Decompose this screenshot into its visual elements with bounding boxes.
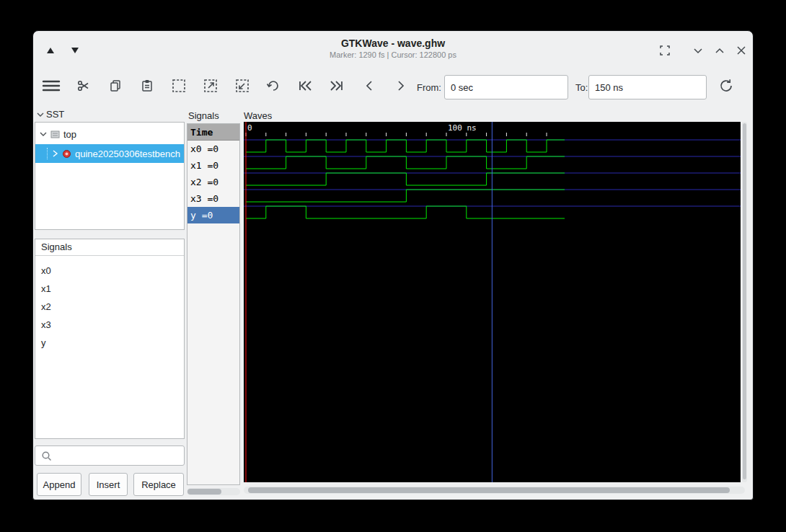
signal-row-x0[interactable]: x0 =0 — [187, 141, 239, 157]
goto-end-button[interactable] — [324, 74, 349, 98]
wave-area[interactable]: 0100 ns — [244, 122, 741, 482]
window-status: Marker: 1290 fs | Cursor: 122800 ps — [33, 50, 753, 59]
signal-list-item[interactable]: x2 — [35, 298, 184, 316]
reload-button[interactable] — [714, 74, 738, 98]
signal-row-x3[interactable]: x3 =0 — [187, 190, 239, 207]
left-signals-list: x0 x1 x2 x3 y — [35, 256, 184, 352]
signal-pane: Time x0 =0 x1 =0 x2 =0 x3 =0 y =0 — [187, 123, 240, 485]
svg-text:0: 0 — [247, 123, 252, 133]
signal-pane-hscrollbar[interactable] — [187, 488, 240, 495]
search-input[interactable] — [56, 450, 184, 462]
skip-to-start-icon — [297, 79, 313, 92]
next-edge-button[interactable] — [389, 74, 413, 98]
replace-button[interactable]: Replace — [133, 473, 184, 496]
zoom-undo-button[interactable] — [261, 74, 286, 98]
paste-button[interactable] — [135, 74, 159, 98]
signal-row-x2[interactable]: x2 =0 — [187, 174, 239, 190]
signal-list-item[interactable]: x0 — [35, 262, 184, 280]
signal-pane-header: Signals — [188, 110, 219, 121]
wave-vscrollbar-thumb[interactable] — [743, 123, 746, 479]
zoom-original-button[interactable] — [656, 42, 674, 59]
sst-header[interactable]: SST — [37, 109, 64, 120]
tree-item-label: top — [63, 129, 76, 140]
svg-text:100 ns: 100 ns — [448, 123, 477, 133]
titlebar: GTKWave - wave.ghw Marker: 1290 fs | Cur… — [33, 31, 753, 68]
tree-item-top[interactable]: top — [35, 125, 184, 143]
to-input[interactable] — [588, 75, 707, 99]
signal-row-y[interactable]: y =0 — [187, 207, 239, 223]
search-icon — [41, 451, 52, 461]
append-button[interactable]: Append — [37, 473, 81, 496]
reload-icon — [718, 78, 734, 94]
goto-start-button[interactable] — [293, 74, 317, 98]
wave-pane-header: Waves — [244, 110, 272, 121]
signal-pane-hscrollbar-thumb[interactable] — [187, 489, 221, 495]
triangle-down-icon — [71, 47, 79, 54]
zoom-fit-icon — [171, 78, 187, 94]
close-button[interactable] — [733, 42, 750, 59]
expander-down-icon[interactable] — [40, 131, 47, 137]
gtkwave-window: GTKWave - wave.ghw Marker: 1290 fs | Cur… — [32, 30, 754, 500]
chevron-right-icon — [396, 79, 406, 92]
signal-list-item[interactable]: x1 — [35, 280, 184, 298]
tree-guide-line — [47, 148, 52, 159]
from-input[interactable] — [444, 75, 568, 99]
maximize-button[interactable] — [711, 42, 728, 59]
insert-button[interactable]: Insert — [89, 473, 128, 496]
zoom-in-button[interactable] — [198, 74, 223, 98]
time-header: Time — [187, 124, 239, 141]
copy-button[interactable] — [103, 74, 128, 98]
menu-icon — [42, 79, 61, 93]
left-signals-header: Signals — [35, 239, 184, 256]
window-title: GTKWave - wave.ghw — [33, 37, 753, 49]
sst-tree: top quine20250306testbench — [35, 122, 185, 230]
chevron-left-icon — [364, 79, 374, 92]
triangle-up-icon — [46, 47, 55, 54]
expander-right-icon[interactable] — [53, 150, 58, 157]
module-icon — [50, 130, 60, 139]
zoom-fit-button[interactable] — [167, 74, 191, 98]
zoom-out-button[interactable] — [230, 74, 255, 98]
sst-label: SST — [46, 109, 64, 120]
signal-row-x1[interactable]: x1 =0 — [187, 157, 239, 174]
zoom-out-icon — [234, 78, 250, 94]
signal-list-item[interactable]: y — [35, 334, 184, 352]
signal-search-box — [35, 445, 185, 466]
chevron-up-icon — [713, 44, 726, 57]
minimize-button[interactable] — [689, 42, 707, 59]
undo-arrow-icon — [266, 79, 281, 93]
wave-hscrollbar-thumb[interactable] — [248, 487, 730, 493]
scissors-icon — [77, 79, 90, 92]
tree-item-label: quine20250306testbench — [75, 148, 180, 159]
skip-to-end-icon — [329, 79, 345, 92]
signal-list-item[interactable]: x3 — [35, 316, 184, 334]
zoom-in-icon — [203, 78, 218, 94]
pan-up-button[interactable] — [42, 42, 59, 59]
from-label: From: — [417, 82, 441, 93]
collapse-chevron-icon — [37, 112, 44, 118]
cut-button[interactable] — [71, 74, 96, 98]
paste-icon — [141, 79, 154, 92]
pan-down-button[interactable] — [66, 42, 84, 59]
tree-item-testbench[interactable]: quine20250306testbench — [35, 144, 184, 163]
left-signals-panel: Signals x0 x1 x2 x3 y — [35, 239, 185, 439]
corners-icon — [658, 44, 671, 57]
wave-vscrollbar[interactable] — [742, 122, 747, 482]
close-icon — [736, 45, 747, 56]
wave-canvas[interactable]: 0100 ns — [244, 122, 741, 482]
to-label: To: — [575, 82, 588, 93]
wave-hscrollbar[interactable] — [244, 487, 745, 494]
chevron-down-icon — [692, 44, 705, 57]
menu-button[interactable] — [39, 74, 63, 98]
prev-edge-button[interactable] — [357, 74, 381, 98]
testbench-icon — [62, 149, 71, 159]
copy-icon — [109, 79, 122, 92]
